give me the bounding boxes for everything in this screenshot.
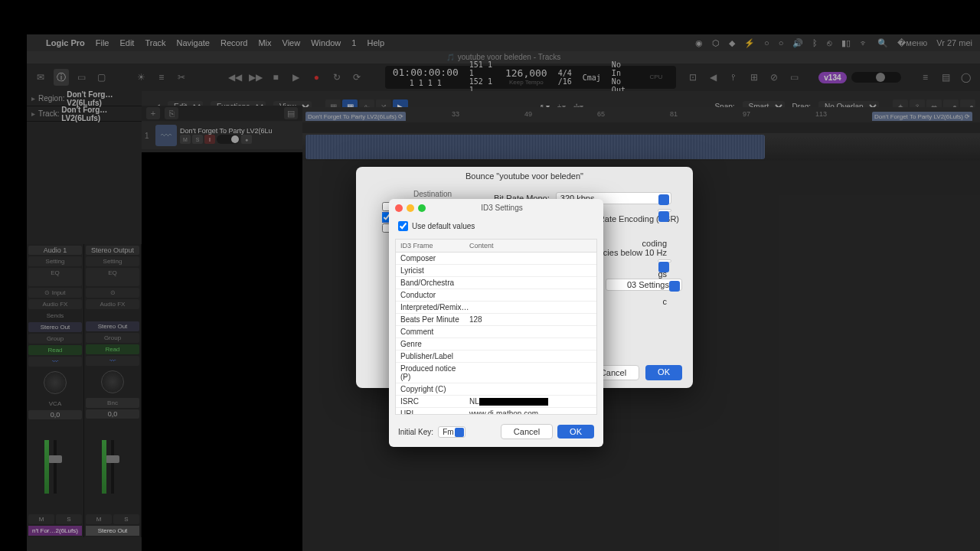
- status-icon[interactable]: ⚡: [744, 38, 755, 48]
- status-icon[interactable]: ○: [779, 38, 784, 47]
- id3-frame-content[interactable]: www.dj-mathon.com: [465, 408, 596, 415]
- status-icon[interactable]: ○: [764, 38, 769, 47]
- goto-icon[interactable]: ◀: [705, 69, 721, 86]
- group-slot[interactable]: Group: [28, 334, 82, 344]
- output-slot[interactable]: Stereo Out: [28, 322, 82, 332]
- menu-help[interactable]: Help: [367, 38, 384, 47]
- id3-frame-content[interactable]: [465, 253, 596, 264]
- volume-icon[interactable]: 🔊: [792, 38, 803, 48]
- lcd-timecode[interactable]: 01:00:00:00: [393, 67, 459, 78]
- menu-view[interactable]: View: [283, 38, 301, 47]
- replace-icon[interactable]: ⊡: [685, 69, 701, 86]
- pan-knob[interactable]: [101, 370, 124, 393]
- solo-button[interactable]: S: [192, 135, 203, 144]
- bitrate-select2[interactable]: [658, 209, 671, 212]
- menu-1[interactable]: 1: [351, 38, 356, 47]
- lcd-tempo[interactable]: 126,000: [505, 68, 547, 79]
- id3-row[interactable]: URLwww.dj-mathon.com: [396, 408, 596, 415]
- output-slot[interactable]: Stereo Out: [86, 321, 139, 331]
- status-icon[interactable]: ◉: [695, 38, 703, 48]
- id3-row[interactable]: Conductor: [396, 289, 596, 302]
- cycle-button[interactable]: ↻: [329, 69, 345, 86]
- automation-mode[interactable]: Read: [86, 344, 139, 354]
- strip-name[interactable]: Stereo Out: [86, 526, 139, 536]
- control-center-icon[interactable]: �меню: [897, 38, 927, 48]
- id3-row[interactable]: ISRCNL: [396, 396, 596, 408]
- id3-frame-content[interactable]: [465, 277, 596, 289]
- setting-button[interactable]: Setting: [86, 256, 139, 266]
- id3-frame-content[interactable]: [465, 383, 596, 395]
- eq-button[interactable]: EQ: [86, 268, 139, 286]
- rewind-button[interactable]: ◀◀: [227, 69, 243, 86]
- audio-track-icon[interactable]: 〰: [155, 125, 177, 146]
- record-button[interactable]: ●: [309, 69, 325, 86]
- id3-row[interactable]: Genre: [396, 338, 596, 350]
- duplicate-track-button[interactable]: ⎘: [165, 107, 178, 119]
- id3-frame-content[interactable]: [465, 338, 596, 350]
- region-tab[interactable]: Don't Forget To Party LV2(6Lufs) ⟳: [872, 112, 972, 121]
- pan-knob[interactable]: [44, 371, 67, 394]
- mute-button[interactable]: M: [180, 135, 191, 144]
- stop-button[interactable]: ■: [268, 69, 284, 86]
- audiofx-slot[interactable]: Audio FX: [28, 299, 82, 309]
- use-default-checkbox[interactable]: [398, 221, 408, 231]
- close-icon[interactable]: [395, 204, 403, 212]
- app-name[interactable]: Logic Pro: [46, 38, 85, 47]
- solo-button[interactable]: S: [56, 514, 82, 524]
- channel-name[interactable]: Audio 1: [28, 246, 82, 255]
- list-icon[interactable]: ≡: [153, 69, 169, 86]
- replace-button[interactable]: ⟳: [349, 69, 365, 86]
- status-icon[interactable]: ⬡: [712, 38, 720, 48]
- play-button[interactable]: ▶: [289, 69, 305, 86]
- id3-row[interactable]: Copyright (C): [396, 383, 596, 396]
- region-inspector-header[interactable]: ▸ Region: Don't Forg…V2(6Lufs): [27, 91, 142, 106]
- id3-frame-content[interactable]: 128: [465, 314, 596, 325]
- library-icon[interactable]: ✉: [33, 69, 49, 86]
- solo-button[interactable]: S: [113, 514, 139, 524]
- id3-frame-content[interactable]: [465, 363, 596, 383]
- id3-frame-content[interactable]: [465, 302, 596, 313]
- region-tab[interactable]: Don't Forget To Party LV2(6Lufs) ⟳: [305, 112, 406, 121]
- track-name[interactable]: Don't Forget To Party LV2(6Lufs): [180, 127, 272, 135]
- automation-mode[interactable]: Read: [28, 345, 82, 355]
- group-slot[interactable]: Group: [86, 333, 139, 343]
- eq-button[interactable]: EQ: [28, 268, 82, 286]
- track-icon-button[interactable]: 〰: [86, 356, 139, 366]
- bluetooth-icon[interactable]: ᛒ: [812, 38, 818, 47]
- scissors-icon[interactable]: ✂: [174, 69, 190, 86]
- add-track-button[interactable]: +: [146, 107, 160, 119]
- track-row[interactable]: 1 〰 Don't Forget To Party LV2(6Lufs) M S…: [142, 122, 302, 149]
- id3-settings-button[interactable]: 03 Settings…: [606, 279, 682, 291]
- status-icon[interactable]: ⎋: [827, 38, 832, 47]
- id3-row[interactable]: Interpreted/Remix…: [396, 302, 596, 314]
- wifi-icon[interactable]: ᯤ: [860, 38, 868, 47]
- id3-frame-content[interactable]: NL: [465, 396, 596, 407]
- input-button[interactable]: I: [204, 135, 215, 144]
- id3-frames-table[interactable]: ID3 FrameContent ComposerLyricistBand/Or…: [395, 239, 597, 415]
- id3-row[interactable]: Publisher/Label: [396, 350, 596, 363]
- solo-icon[interactable]: ⊘: [766, 69, 782, 86]
- search-icon[interactable]: 🔍: [877, 38, 888, 48]
- id3-frame-content[interactable]: [465, 289, 596, 301]
- track-icon-button[interactable]: 〰: [28, 357, 82, 367]
- track-inspector-header[interactable]: ▸ Track: Don't Forg…LV2(6Lufs): [27, 106, 142, 122]
- setting-button[interactable]: Setting: [28, 256, 82, 266]
- lcd-display[interactable]: 01:00:00:001 1 1 1 151 1 1152 1 1 126,00…: [385, 66, 676, 89]
- id3-row[interactable]: Band/Orchestra: [396, 277, 596, 289]
- id3-row[interactable]: Composer: [396, 253, 596, 265]
- status-icon[interactable]: ◆: [729, 38, 735, 48]
- column-header-content[interactable]: Content: [465, 240, 596, 252]
- strip-name[interactable]: n't For…2(6Lufs): [28, 526, 82, 536]
- mute-button[interactable]: M: [86, 514, 112, 524]
- editor-icon[interactable]: ☀: [133, 69, 149, 86]
- menu-window[interactable]: Window: [311, 38, 341, 47]
- volume-fader[interactable]: [106, 455, 119, 463]
- quality-select[interactable]: [658, 259, 671, 262]
- id3-frame-content[interactable]: [465, 326, 596, 337]
- master-volume-slider[interactable]: [851, 72, 901, 83]
- mute-button[interactable]: M: [28, 514, 54, 524]
- ok-button[interactable]: OK: [557, 425, 594, 439]
- record-enable-button[interactable]: ●: [241, 135, 252, 144]
- global-tracks-button[interactable]: ▤: [284, 107, 298, 119]
- notes-icon[interactable]: ▤: [938, 69, 954, 86]
